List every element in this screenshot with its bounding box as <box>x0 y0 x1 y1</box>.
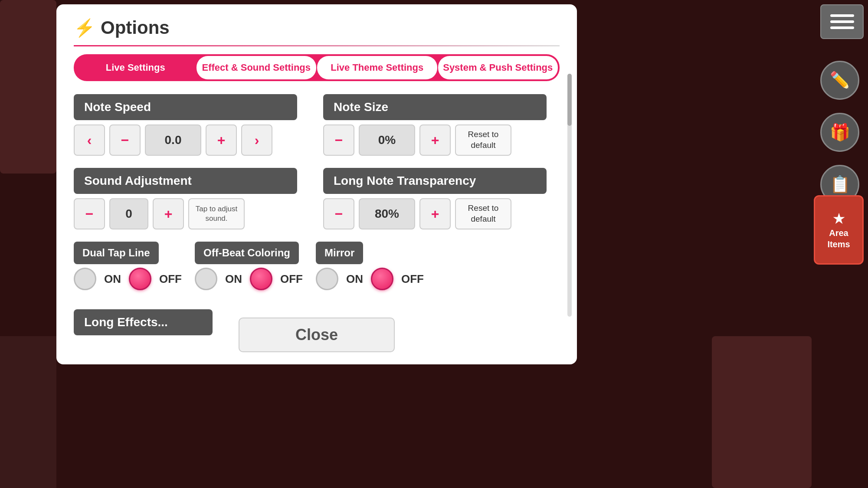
plus-icon: + <box>431 132 439 148</box>
plus-icon: + <box>164 206 173 222</box>
plus-icon: + <box>431 206 439 222</box>
long-effects-header: Long Effects... <box>74 309 213 335</box>
note-size-minus-button[interactable]: − <box>323 124 354 156</box>
bg-card-bottom-right <box>712 336 812 488</box>
sound-value: 0 <box>109 198 148 229</box>
long-note-minus-button[interactable]: − <box>323 198 354 229</box>
toggle-sections: Dual Tap Line ON OFF Off-Beat Coloring O… <box>74 242 547 290</box>
mirror-on-radio[interactable] <box>316 268 338 290</box>
off-beat-coloring-toggle: ON OFF <box>195 268 303 290</box>
bg-card-left <box>0 0 56 174</box>
dual-tap-line-toggle: ON OFF <box>74 268 182 290</box>
mirror-section: Mirror ON OFF <box>316 242 424 290</box>
note-size-value: 0% <box>359 124 415 156</box>
long-note-transparency-section: Long Note Transparency − 80% + Reset to … <box>323 168 547 229</box>
note-speed-next-button[interactable]: › <box>241 124 272 156</box>
note-size-controls: − 0% + Reset to default <box>323 124 547 156</box>
page-title: Options <box>101 17 170 38</box>
prev-icon: ‹ <box>87 132 92 148</box>
note-speed-prev-button[interactable]: ‹ <box>74 124 105 156</box>
long-note-value: 80% <box>359 198 415 229</box>
lightning-icon: ⚡ <box>74 18 95 38</box>
dual-tap-line-on-radio[interactable] <box>74 268 96 290</box>
hamburger-line-2 <box>830 20 854 23</box>
mirror-off-radio[interactable] <box>371 268 393 290</box>
note-size-section: Note Size − 0% + Reset to default <box>323 94 547 156</box>
off-beat-on-radio[interactable] <box>195 268 217 290</box>
long-note-reset-button[interactable]: Reset to default <box>455 198 511 229</box>
tap-adjust-button[interactable]: Tap to adjust sound. <box>188 198 245 229</box>
tab-live-settings[interactable]: Live Settings <box>75 56 196 79</box>
edit-button[interactable]: ✏️ <box>820 61 859 100</box>
gift-icon: 🎁 <box>830 123 850 142</box>
note-speed-controls: ‹ − 0.0 + › <box>74 124 297 156</box>
off-beat-coloring-header: Off-Beat Coloring <box>195 242 299 264</box>
sound-adjustment-controls: − 0 + Tap to adjust sound. <box>74 198 297 229</box>
header-divider <box>74 45 560 46</box>
minus-icon: − <box>335 206 343 222</box>
scroll-thumb[interactable] <box>567 74 572 126</box>
edit-icon: ✏️ <box>830 71 850 90</box>
note-size-header: Note Size <box>323 94 547 120</box>
note-speed-plus-button[interactable]: + <box>206 124 237 156</box>
content-area: Note Speed ‹ − 0.0 + › <box>74 94 560 335</box>
dual-tap-line-section: Dual Tap Line ON OFF <box>74 242 182 290</box>
off-beat-on-label: ON <box>225 272 242 286</box>
long-note-transparency-header: Long Note Transparency <box>323 168 547 194</box>
note-speed-minus-button[interactable]: − <box>109 124 141 156</box>
mirror-header: Mirror <box>316 242 363 264</box>
off-beat-off-radio[interactable] <box>250 268 272 290</box>
tab-system-push[interactable]: System & Push Settings <box>438 56 558 79</box>
tab-effect-sound[interactable]: Effect & Sound Settings <box>197 56 317 79</box>
sound-adjustment-section: Sound Adjustment − 0 + Tap to adjust sou… <box>74 168 297 229</box>
hamburger-line-1 <box>830 14 854 17</box>
minus-icon: − <box>121 132 129 148</box>
off-beat-coloring-section: Off-Beat Coloring ON OFF <box>195 242 303 290</box>
mirror-on-label: ON <box>346 272 363 286</box>
options-modal: ⚡ Options Live Settings Effect & Sound S… <box>56 4 577 364</box>
note-speed-header: Note Speed <box>74 94 297 120</box>
mirror-off-label: OFF <box>401 272 424 286</box>
tab-live-theme[interactable]: Live Theme Settings <box>317 56 437 79</box>
dual-tap-line-off-label: OFF <box>159 272 182 286</box>
bg-card-bottom-left <box>0 336 56 488</box>
sound-minus-button[interactable]: − <box>74 198 105 229</box>
mirror-toggle: ON OFF <box>316 268 424 290</box>
modal-header: ⚡ Options <box>74 17 560 38</box>
minus-icon: − <box>85 206 94 222</box>
long-note-transparency-controls: − 80% + Reset to default <box>323 198 547 229</box>
sound-adjustment-header: Sound Adjustment <box>74 168 297 194</box>
long-note-plus-button[interactable]: + <box>419 198 451 229</box>
next-icon: › <box>255 132 259 148</box>
area-items-label: AreaItems <box>827 227 850 250</box>
area-items-icon: ★ <box>833 210 845 227</box>
gift-button[interactable]: 🎁 <box>820 113 859 152</box>
hamburger-line-3 <box>830 26 854 29</box>
note-size-reset-button[interactable]: Reset to default <box>455 124 511 156</box>
sound-plus-button[interactable]: + <box>153 198 184 229</box>
scrollbar[interactable] <box>567 74 572 317</box>
area-items-button[interactable]: ★ AreaItems <box>814 195 864 265</box>
note-size-plus-button[interactable]: + <box>419 124 451 156</box>
dual-tap-line-off-radio[interactable] <box>129 268 151 290</box>
minus-icon: − <box>335 132 343 148</box>
plus-icon: + <box>217 132 226 148</box>
list-icon: 📋 <box>830 175 850 194</box>
off-beat-off-label: OFF <box>280 272 303 286</box>
note-speed-section: Note Speed ‹ − 0.0 + › <box>74 94 297 156</box>
dual-tap-line-header: Dual Tap Line <box>74 242 159 264</box>
note-speed-value: 0.0 <box>145 124 201 156</box>
close-button[interactable]: Close <box>239 318 395 352</box>
menu-button[interactable] <box>820 4 864 39</box>
tabs-container: Live Settings Effect & Sound Settings Li… <box>74 54 560 81</box>
dual-tap-line-on-label: ON <box>104 272 121 286</box>
